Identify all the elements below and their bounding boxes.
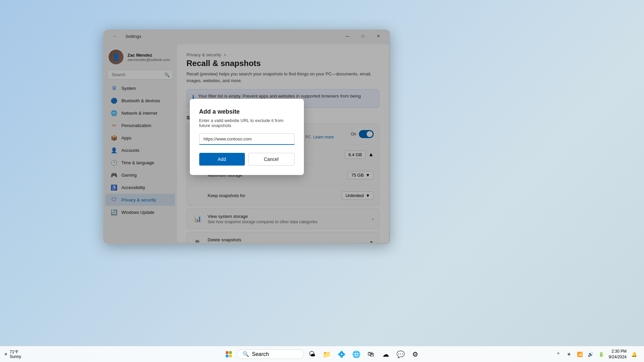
clock[interactable]: 2:30 PM 9/24/2024: [609, 349, 627, 360]
network-tray-icon[interactable]: 📶: [575, 350, 585, 359]
website-url-input[interactable]: [199, 133, 294, 145]
svg-rect-0: [226, 351, 228, 354]
taskbar: ☀ 71°F Sunny 🔍 Search 🌤 📁 💠 🌐 🛍 ☁ 💬 ⚙: [0, 346, 644, 362]
start-button[interactable]: [222, 348, 235, 361]
taskbar-right: ^ ☀ 📶 🔊 🔋 2:30 PM 9/24/2024 🔔: [554, 349, 639, 360]
notification-icon[interactable]: 🔔: [629, 350, 639, 359]
modal-buttons: Add Cancel: [199, 153, 294, 166]
brightness-icon[interactable]: ☀: [565, 350, 574, 359]
battery-icon[interactable]: 🔋: [597, 350, 606, 359]
weather-widget[interactable]: ☀ 71°F Sunny: [0, 350, 25, 359]
system-tray: ^ ☀ 📶 🔊 🔋: [554, 350, 606, 359]
teams-button[interactable]: 💬: [394, 348, 407, 361]
taskbar-search-label: Search: [252, 351, 269, 357]
cancel-button[interactable]: Cancel: [248, 153, 294, 166]
modal-description: Enter a valid website URL to exclude it …: [199, 118, 294, 128]
tray-overflow-icon[interactable]: ^: [554, 350, 563, 359]
taskbar-center: 🔍 Search 🌤 📁 💠 🌐 🛍 ☁ 💬 ⚙: [222, 348, 422, 361]
settings-body: 👤 Zac Mendez zacmendez@outlook.com 🔍 🖥 S…: [103, 43, 390, 244]
svg-rect-3: [229, 355, 232, 357]
files-button[interactable]: 📁: [320, 348, 333, 361]
clock-time: 2:30 PM: [609, 349, 627, 354]
store-button[interactable]: 🛍: [364, 348, 378, 361]
weather-info: 71°F Sunny: [10, 350, 21, 359]
modal-title: Add a website: [199, 108, 294, 115]
copilot-button[interactable]: 💠: [335, 348, 348, 361]
add-website-button[interactable]: Add: [199, 153, 245, 166]
onedrive-button[interactable]: ☁: [379, 348, 392, 361]
settings-taskbar-button[interactable]: ⚙: [409, 348, 422, 361]
add-website-modal: Add a website Enter a valid website URL …: [190, 99, 304, 175]
volume-icon[interactable]: 🔊: [586, 350, 595, 359]
weather-condition: Sunny: [10, 354, 21, 359]
widgets-button[interactable]: 🌤: [305, 348, 319, 361]
weather-icon: ☀: [4, 352, 8, 357]
clock-date: 9/24/2024: [609, 354, 627, 360]
taskbar-search-icon: 🔍: [243, 351, 249, 357]
settings-window: ← Settings — □ ✕ 👤 Zac Mendez zacmendez@…: [103, 29, 390, 244]
svg-rect-2: [226, 355, 228, 357]
svg-rect-1: [229, 351, 232, 354]
weather-temp: 71°F: [10, 350, 21, 354]
browser-button[interactable]: 🌐: [350, 348, 363, 361]
modal-overlay: Add a website Enter a valid website URL …: [103, 43, 390, 244]
taskbar-search[interactable]: 🔍 Search: [237, 349, 304, 359]
